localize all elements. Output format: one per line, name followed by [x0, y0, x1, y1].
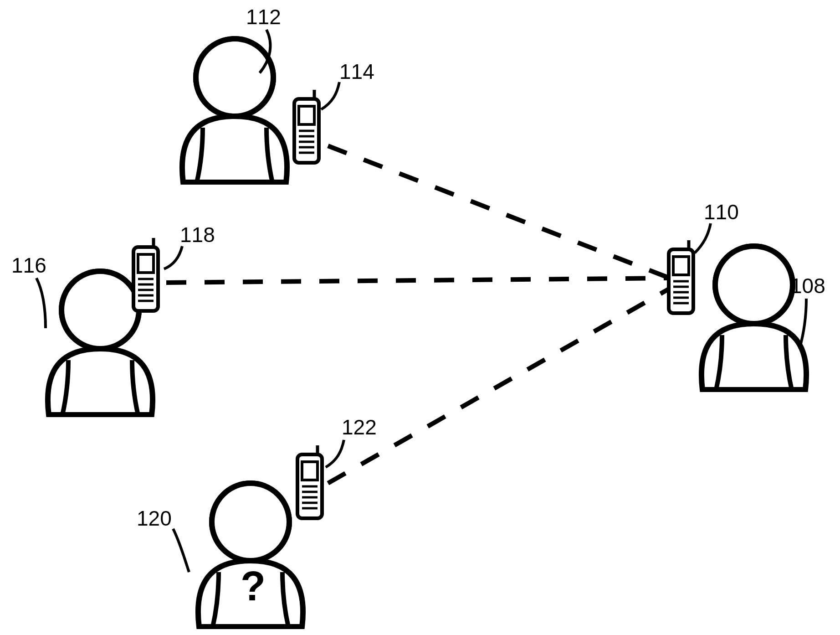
- leader-110: [695, 223, 711, 253]
- label-110: 110: [704, 200, 739, 224]
- leader-112: [260, 30, 270, 73]
- label-leaders: [0, 0, 840, 635]
- label-122: 122: [342, 415, 377, 439]
- leader-108: [799, 299, 806, 349]
- label-118: 118: [180, 222, 215, 247]
- label-112: 112: [246, 5, 281, 29]
- leader-120: [173, 529, 189, 572]
- patent-diagram: ?: [0, 0, 840, 635]
- label-116: 116: [11, 253, 46, 278]
- label-114: 114: [339, 59, 374, 84]
- leader-118: [164, 246, 182, 269]
- leader-116: [36, 278, 46, 328]
- leader-122: [326, 440, 344, 467]
- label-108: 108: [790, 274, 825, 298]
- leader-114: [321, 82, 339, 109]
- label-120: 120: [137, 506, 172, 531]
